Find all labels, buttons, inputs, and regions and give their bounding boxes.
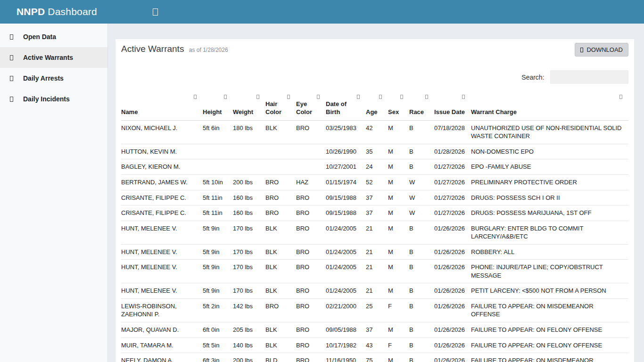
table-row[interactable]: HUNT, MELENEE V.5ft 9in170 lbsBLKBRO01/2… <box>121 260 628 283</box>
table-cell: 01/27/2026 <box>434 206 471 221</box>
table-row[interactable]: BAGLEY, KIERON M.10/27/200124MB01/27/202… <box>121 159 628 175</box>
column-header-race[interactable]: Race <box>409 91 434 120</box>
table-row[interactable]: CRISANTE, FILIPPE C.5ft 11in160 lbsBROBR… <box>121 206 628 221</box>
sidebar-nav: Open DataActive WarrantsDaily ArrestsDai… <box>0 26 107 109</box>
column-header-issue-date[interactable]: Issue Date <box>434 91 471 120</box>
table-cell: 142 lbs <box>233 298 265 322</box>
column-header-label: Sex <box>388 108 399 115</box>
table-cell: M <box>388 174 409 190</box>
table-cell: B <box>409 353 434 362</box>
sidebar-item-open-data[interactable]: Open Data <box>0 26 107 47</box>
table-cell: HUNT, MELENEE V. <box>121 244 203 260</box>
table-cell: 140 lbs <box>233 337 265 353</box>
table-cell: W <box>409 206 434 221</box>
sort-icon <box>224 95 227 99</box>
column-header-age[interactable]: Age <box>366 91 388 120</box>
table-cell: BLK <box>265 260 296 283</box>
table-cell: BRO <box>296 322 326 337</box>
column-header-label: Warrant Charge <box>471 108 517 115</box>
column-header-date-of-birth[interactable]: Date of Birth <box>326 91 366 120</box>
column-header-eye-color[interactable]: Eye Color <box>296 91 326 120</box>
download-button[interactable]: DOWNLOAD <box>575 43 628 57</box>
sidebar-item-label: Open Data <box>23 33 56 41</box>
table-head: NameHeightWeightHair ColorEye ColorDate … <box>121 91 628 120</box>
table-cell: M <box>388 221 409 244</box>
table-cell: 21 <box>366 283 388 299</box>
table-cell <box>296 144 326 159</box>
table-cell: 37 <box>366 206 388 221</box>
table-cell: FAILURE TO APPEAR: ON MISDEMEANOR OFFENS… <box>471 298 628 322</box>
table-cell: PRELIMINARY PROTECTIVE ORDER <box>471 174 628 190</box>
table-cell: BERTRAND, JAMES W. <box>121 174 203 190</box>
column-header-weight[interactable]: Weight <box>233 91 265 120</box>
table-cell: 02/21/2000 <box>326 298 366 322</box>
table-cell <box>265 159 296 175</box>
table-row[interactable]: LEWIS-ROBINSON, ZAEHONNI P.5ft 2in142 lb… <box>121 298 628 322</box>
sidebar-item-label: Active Warrants <box>23 54 73 61</box>
sort-icon <box>287 95 290 99</box>
table-cell: B <box>409 221 434 244</box>
table-cell: 5ft 5in <box>203 337 233 353</box>
table-cell: PETIT LARCENY: <$500 NOT FROM A PERSON <box>471 283 628 299</box>
sidebar-item-daily-arrests[interactable]: Daily Arrests <box>0 68 107 89</box>
table-cell: 35 <box>366 144 388 159</box>
list-item-icon <box>10 76 13 81</box>
table-row[interactable]: MUIR, TAMARA M.5ft 5in140 lbsBLKBRO10/17… <box>121 337 628 353</box>
column-header-label: Eye Color <box>296 100 312 115</box>
table-cell: 25 <box>366 298 388 322</box>
column-header-label: Age <box>366 108 378 115</box>
table-cell <box>296 159 326 175</box>
table-cell: 01/27/2026 <box>434 174 471 190</box>
table-row[interactable]: HUNT, MELENEE V.5ft 9in170 lbsBLKBRO01/2… <box>121 244 628 260</box>
app-title: NNPD Dashboard <box>17 6 97 17</box>
search-input[interactable] <box>550 70 628 84</box>
table-row[interactable]: MAJOR, QUAVAN D.6ft 0in205 lbsBLKBRO09/0… <box>121 322 628 337</box>
column-header-height[interactable]: Height <box>203 91 233 120</box>
table-cell: FAILURE TO APPEAR: ON MISDEMEANOR OFFENS… <box>471 353 628 362</box>
column-header-sex[interactable]: Sex <box>388 91 409 120</box>
column-header-name[interactable]: Name <box>121 91 203 120</box>
sidebar-item-active-warrants[interactable]: Active Warrants <box>0 47 107 68</box>
app-header: NNPD Dashboard <box>0 0 644 24</box>
column-header-hair-color[interactable]: Hair Color <box>265 91 296 120</box>
table-row[interactable]: NEELY, DAMON A.6ft 3in200 lbsBLDBRO11/16… <box>121 353 628 362</box>
column-header-warrant-charge[interactable]: Warrant Charge <box>471 91 628 120</box>
table-row[interactable]: HUTTON, KEVIN M.10/26/199035MB01/28/2026… <box>121 144 628 159</box>
active-warrants-card: Active Warrants as of 1/28/2026 DOWNLOAD… <box>116 39 634 362</box>
table-cell: 170 lbs <box>233 221 265 244</box>
table-cell: M <box>388 120 409 144</box>
table-cell: BRO <box>265 174 296 190</box>
table-cell: 5ft 9in <box>203 283 233 299</box>
column-header-label: Weight <box>233 108 253 115</box>
table-cell: M <box>388 260 409 283</box>
table-row[interactable]: NIXON, MICHAEL J.5ft 6in180 lbsBLKBRO03/… <box>121 120 628 144</box>
table-cell: 160 lbs <box>233 190 265 206</box>
table-row[interactable]: HUNT, MELENEE V.5ft 9in170 lbsBLKBRO01/2… <box>121 221 628 244</box>
table-row[interactable]: BERTRAND, JAMES W.5ft 10in200 lbsBROHAZ0… <box>121 174 628 190</box>
download-icon <box>580 48 583 52</box>
search-label: Search: <box>521 74 544 81</box>
table-cell: 01/24/2005 <box>326 260 366 283</box>
table-cell: 09/15/1988 <box>326 206 366 221</box>
table-cell: BLK <box>265 337 296 353</box>
table-cell: 5ft 9in <box>203 260 233 283</box>
table-cell: 170 lbs <box>233 283 265 299</box>
table-row[interactable]: HUNT, MELENEE V.5ft 9in170 lbsBLKBRO01/2… <box>121 283 628 299</box>
table-cell: W <box>409 190 434 206</box>
table-cell: B <box>409 337 434 353</box>
table-cell: M <box>388 322 409 337</box>
table-cell: BURGLARY: ENTER BLDG TO COMMIT LARCENY/A… <box>471 221 628 244</box>
table-cell: EPO -FAMILY ABUSE <box>471 159 628 175</box>
table-cell: 10/17/1982 <box>326 337 366 353</box>
table-cell: M <box>388 353 409 362</box>
menu-toggle-icon[interactable] <box>153 8 158 16</box>
table-cell <box>203 159 233 175</box>
table-cell: 01/26/2026 <box>434 322 471 337</box>
table-row[interactable]: CRISANTE, FILIPPE C.5ft 11in160 lbsBROBR… <box>121 190 628 206</box>
sidebar-item-label: Daily Incidents <box>23 95 70 103</box>
table-cell: 5ft 9in <box>203 221 233 244</box>
table-cell: M <box>388 144 409 159</box>
search-row: Search: <box>121 70 628 84</box>
table-cell: BRO <box>296 244 326 260</box>
sidebar-item-daily-incidents[interactable]: Daily Incidents <box>0 89 107 109</box>
